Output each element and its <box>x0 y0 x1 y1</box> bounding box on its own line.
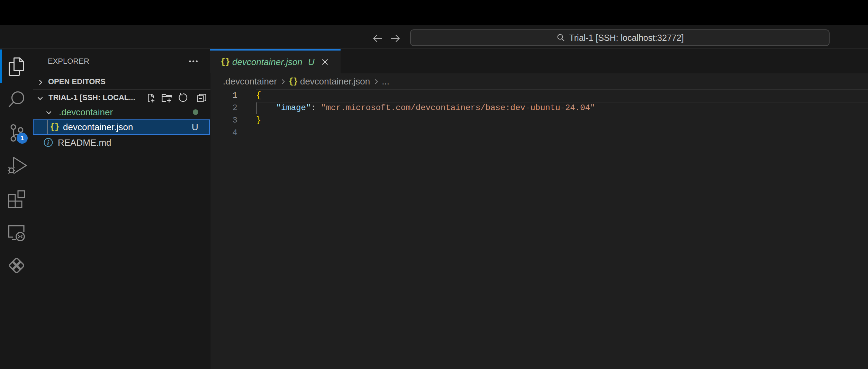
svg-text:i: i <box>47 139 49 146</box>
